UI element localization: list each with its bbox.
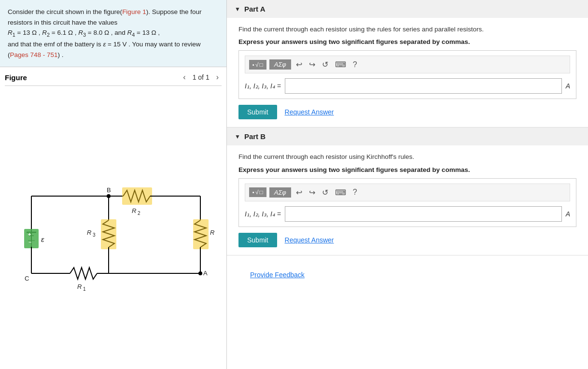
- prev-figure-button[interactable]: ‹: [180, 72, 188, 83]
- svg-rect-14: [122, 187, 152, 205]
- part-a-section: ▼ Part A Find the current through each r…: [227, 0, 588, 128]
- part-b-answer-box: ▪ √ □ ΑΣφ ↩ ↪ ↺ ⌨ ? I₁, I₂, I₃, I₄ = A: [238, 178, 576, 227]
- part-a-unit: A: [566, 82, 570, 90]
- part-b-action-row: Submit Request Answer: [238, 233, 576, 247]
- part-a-request-answer-button[interactable]: Request Answer: [285, 108, 334, 116]
- svg-text:+: +: [28, 231, 31, 237]
- box-icon-b: □: [260, 189, 263, 196]
- part-a-answer-input[interactable]: [285, 78, 562, 94]
- figure-header: Figure ‹ 1 of 1 ›: [5, 67, 222, 86]
- provide-feedback-button[interactable]: Provide Feedback: [238, 263, 316, 286]
- circuit-svg: + − ε B R 2: [12, 157, 215, 302]
- figure-nav: ‹ 1 of 1 ›: [180, 72, 222, 83]
- svg-rect-24: [193, 219, 209, 249]
- part-b-description: Find the current through each resistor u…: [238, 152, 576, 162]
- circuit-diagram: + − ε B R 2: [5, 91, 222, 364]
- part-a-collapse-arrow: ▼: [235, 6, 240, 13]
- part-b-unit: A: [566, 210, 570, 218]
- svg-rect-19: [101, 219, 116, 249]
- part-b-keyboard-button[interactable]: ⌨: [333, 187, 348, 198]
- part-b-input-row: I₁, I₂, I₃, I₄ = A: [245, 206, 570, 222]
- svg-text:1: 1: [83, 286, 86, 292]
- svg-point-33: [198, 271, 202, 275]
- part-a-toolbar: ▪ √ □ ΑΣφ ↩ ↪ ↺ ⌨ ?: [245, 56, 570, 73]
- sqrt-icon: √: [255, 61, 259, 68]
- part-b-instruction: Express your answers using two significa…: [238, 166, 576, 173]
- right-panel: ▼ Part A Find the current through each r…: [227, 0, 588, 369]
- svg-text:ε: ε: [41, 235, 44, 243]
- part-b-header[interactable]: ▼ Part B: [227, 128, 588, 145]
- pages-link[interactable]: Pages 748 - 751: [10, 51, 58, 58]
- part-a-redo-button[interactable]: ↪: [307, 59, 317, 70]
- svg-text:−: −: [28, 239, 31, 245]
- part-a-equation-label: I₁, I₂, I₃, I₄ =: [245, 82, 281, 90]
- part-a-answer-box: ▪ √ □ ΑΣφ ↩ ↪ ↺ ⌨ ? I₁, I₂, I₃, I₄ = A: [238, 50, 576, 99]
- box-icon: □: [260, 61, 263, 68]
- part-b-answer-input[interactable]: [285, 206, 562, 222]
- fraction-icon: ▪: [252, 62, 254, 68]
- part-a-action-row: Submit Request Answer: [238, 105, 576, 119]
- left-panel: Consider the circuit shown in the figure…: [0, 0, 227, 369]
- part-b-title: Part B: [244, 132, 266, 141]
- part-a-header[interactable]: ▼ Part A: [227, 0, 588, 18]
- svg-text:3: 3: [93, 232, 96, 238]
- part-a-input-row: I₁, I₂, I₃, I₄ = A: [245, 78, 570, 94]
- next-figure-button[interactable]: ›: [213, 72, 222, 83]
- part-a-undo-button[interactable]: ↩: [294, 59, 304, 70]
- part-a-instruction: Express your answers using two significa…: [238, 38, 576, 45]
- part-a-fraction-button[interactable]: ▪ √ □: [249, 60, 266, 70]
- problem-statement: Consider the circuit shown in the figure…: [0, 0, 226, 67]
- figure-counter: 1 of 1: [193, 73, 210, 81]
- svg-text:R: R: [87, 229, 91, 236]
- svg-rect-5: [24, 229, 39, 248]
- part-a-help-button[interactable]: ?: [351, 59, 359, 70]
- part-b-equation-label: I₁, I₂, I₃, I₄ =: [245, 210, 281, 218]
- figure-area: Figure ‹ 1 of 1 ›: [0, 67, 226, 369]
- part-b-toolbar: ▪ √ □ ΑΣφ ↩ ↪ ↺ ⌨ ?: [245, 184, 570, 201]
- part-b-fraction-button[interactable]: ▪ √ □: [249, 187, 266, 197]
- fraction-icon-b: ▪: [252, 189, 254, 195]
- part-b-collapse-arrow: ▼: [235, 133, 240, 140]
- svg-text:2: 2: [138, 211, 140, 216]
- problem-text: Consider the circuit shown in the figure…: [8, 8, 201, 58]
- part-a-symbol-button[interactable]: ΑΣφ: [269, 59, 291, 70]
- part-b-submit-button[interactable]: Submit: [238, 233, 277, 247]
- svg-text:C: C: [25, 275, 29, 282]
- sqrt-icon-b: √: [255, 189, 259, 196]
- svg-text:B: B: [107, 186, 111, 194]
- part-b-section: ▼ Part B Find the current through each r…: [227, 128, 588, 255]
- part-a-refresh-button[interactable]: ↺: [320, 59, 330, 70]
- part-b-help-button[interactable]: ?: [351, 187, 359, 198]
- part-b-request-answer-button[interactable]: Request Answer: [285, 236, 334, 244]
- figure-link[interactable]: Figure 1: [122, 8, 146, 15]
- svg-text:R: R: [77, 283, 82, 290]
- part-b-symbol-button[interactable]: ΑΣφ: [269, 187, 291, 198]
- part-a-description: Find the current through each resistor u…: [238, 25, 576, 34]
- part-a-keyboard-button[interactable]: ⌨: [333, 59, 348, 70]
- part-b-undo-button[interactable]: ↩: [294, 187, 304, 198]
- svg-text:A: A: [203, 270, 208, 277]
- part-b-redo-button[interactable]: ↪: [307, 187, 317, 198]
- part-a-submit-button[interactable]: Submit: [238, 105, 277, 119]
- part-a-title: Part A: [244, 5, 266, 13]
- part-b-refresh-button[interactable]: ↺: [320, 187, 330, 198]
- provide-feedback-section: Provide Feedback: [227, 255, 588, 294]
- svg-text:R: R: [132, 207, 136, 214]
- figure-title: Figure: [5, 73, 27, 82]
- svg-text:R: R: [210, 229, 214, 236]
